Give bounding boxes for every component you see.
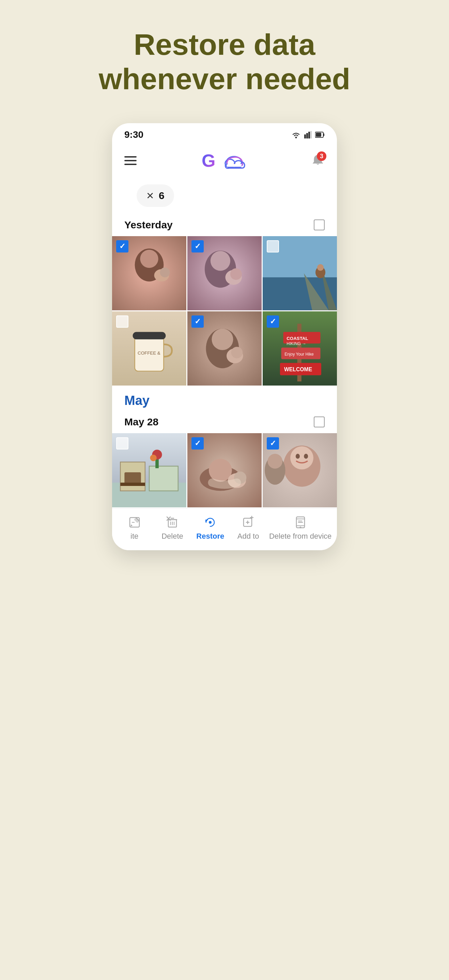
app-header: G 3: [112, 143, 337, 178]
status-icons: [291, 131, 324, 138]
svg-point-66: [290, 447, 313, 469]
svg-point-0: [296, 137, 297, 138]
svg-rect-7: [316, 133, 321, 137]
svg-rect-6: [323, 134, 324, 136]
photo-item-p4[interactable]: COFFEE &: [112, 311, 186, 385]
write-icon: [127, 515, 142, 530]
section-yesterday: Yesterday: [112, 214, 337, 236]
section-title-may28: May 28: [125, 416, 158, 428]
section-checkbox-may28[interactable]: [314, 417, 324, 427]
photo-item-p1[interactable]: ✓: [112, 236, 186, 310]
hamburger-menu-icon[interactable]: [125, 156, 137, 165]
svg-rect-52: [149, 466, 178, 491]
delete-device-icon: [293, 515, 308, 530]
toolbar-item-restore[interactable]: Restore: [193, 515, 227, 541]
notification-button[interactable]: 3: [311, 153, 324, 168]
photo-checkbox-p6[interactable]: ✓: [267, 315, 279, 328]
svg-point-20: [211, 251, 230, 271]
toolbar-label-restore: Restore: [196, 532, 224, 541]
status-time: 9:30: [125, 129, 144, 140]
svg-rect-34: [133, 332, 166, 340]
svg-rect-54: [120, 483, 145, 486]
svg-point-68: [304, 454, 308, 459]
toolbar-label-delete: Delete: [161, 532, 183, 541]
photo-item-p9[interactable]: ✓: [263, 433, 337, 508]
photo-item-p8[interactable]: ✓: [187, 433, 262, 508]
photo-checkbox-p3[interactable]: [267, 240, 279, 253]
toolbar-item-write[interactable]: ite: [118, 515, 152, 541]
svg-rect-2: [306, 133, 308, 138]
svg-point-37: [212, 329, 233, 350]
section-title-yesterday: Yesterday: [125, 219, 173, 231]
page-headline: Restore data whenever needed: [72, 27, 378, 96]
notification-badge: 3: [317, 151, 326, 161]
svg-point-15: [140, 250, 158, 268]
photo-item-p6[interactable]: COASTAL HIKING → Enjoy Your Hike WELCOME…: [263, 311, 337, 385]
photo-item-p7[interactable]: [112, 433, 186, 508]
svg-point-29: [317, 264, 324, 271]
svg-rect-1: [304, 134, 306, 138]
section-checkbox-yesterday[interactable]: [314, 220, 324, 231]
photo-grid-may28: ✓: [112, 433, 337, 508]
svg-text:COASTAL: COASTAL: [286, 336, 308, 341]
battery-icon: [315, 131, 324, 138]
photo-checkbox-p8[interactable]: ✓: [192, 437, 204, 450]
photo-item-p5[interactable]: ✓: [187, 311, 262, 385]
bottom-toolbar: ite Delete: [112, 508, 337, 550]
toolbar-item-delete[interactable]: Delete: [155, 515, 189, 541]
restore-icon: [203, 515, 218, 530]
status-bar: 9:30: [112, 123, 337, 143]
photo-checkbox-p5[interactable]: ✓: [192, 315, 204, 328]
photo-grid-yesterday: ✓ ✓: [112, 236, 337, 387]
svg-text:COFFEE &: COFFEE &: [137, 351, 160, 356]
wifi-icon: [291, 131, 301, 138]
photo-checkbox-p7[interactable]: [116, 437, 128, 450]
photo-item-p3[interactable]: [263, 236, 337, 310]
toolbar-label-delete-device: Delete from device: [269, 532, 331, 541]
svg-rect-12: [227, 164, 243, 167]
phone-frame: 9:30: [112, 123, 337, 550]
toolbar-item-delete-device[interactable]: Delete from device: [269, 515, 331, 541]
svg-point-39: [231, 347, 243, 359]
photo-checkbox-p1[interactable]: ✓: [116, 240, 128, 253]
svg-point-83: [209, 521, 212, 524]
svg-rect-4: [310, 131, 312, 138]
svg-rect-3: [308, 132, 310, 138]
svg-text:WELCOME: WELCOME: [284, 366, 312, 372]
toolbar-label-add-to: Add to: [237, 532, 259, 541]
selection-count: 6: [159, 190, 165, 202]
photo-checkbox-p4[interactable]: [116, 315, 128, 328]
svg-text:HIKING →: HIKING →: [286, 342, 306, 347]
svg-text:Enjoy Your Hike: Enjoy Your Hike: [284, 352, 314, 356]
selection-pill[interactable]: ✕ 6: [137, 185, 174, 207]
svg-point-70: [268, 454, 283, 469]
photo-checkbox-p2[interactable]: ✓: [192, 240, 204, 253]
app-logo: G: [202, 150, 246, 171]
toolbar-label-write: ite: [131, 532, 138, 541]
delete-icon: [165, 515, 180, 530]
clear-selection-icon: ✕: [146, 190, 154, 202]
section-may28: May 28: [112, 411, 337, 433]
toolbar-item-add-to[interactable]: Add to: [231, 515, 265, 541]
photo-item-p2[interactable]: ✓: [187, 236, 262, 310]
svg-point-57: [150, 455, 157, 461]
svg-text:G: G: [202, 151, 215, 170]
signal-icon: [304, 131, 312, 138]
logo-svg: G: [202, 150, 246, 171]
svg-point-67: [296, 454, 300, 459]
svg-point-22: [230, 269, 242, 280]
add-to-icon: [241, 515, 256, 530]
photo-checkbox-p9[interactable]: ✓: [267, 437, 279, 450]
month-header-may: May: [112, 387, 337, 411]
svg-point-92: [299, 527, 301, 528]
svg-point-17: [160, 267, 169, 277]
